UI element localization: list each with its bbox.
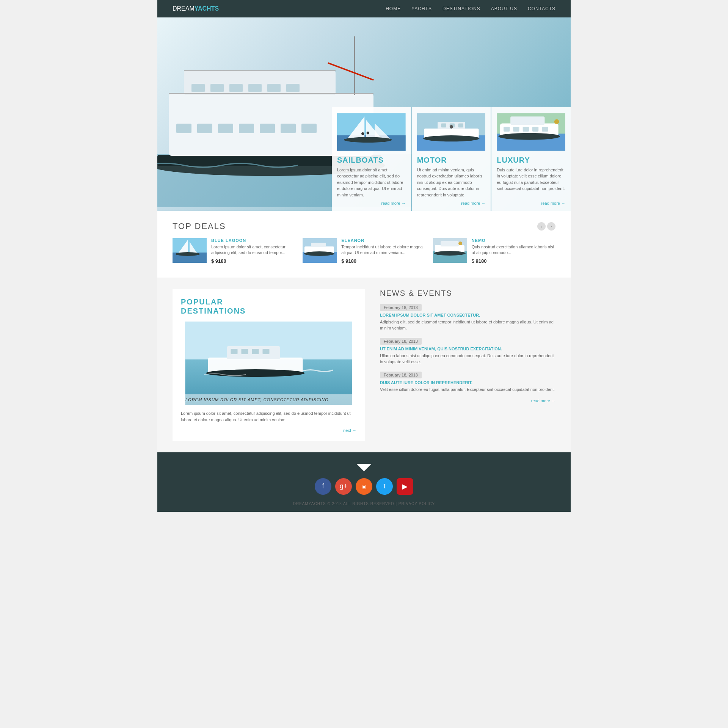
svg-rect-9 [260,124,275,133]
sailboats-title: SAILBOATS [337,156,406,165]
svg-rect-34 [441,123,446,127]
svg-rect-11 [301,124,317,133]
deals-header: TOP DEALS ‹ › [173,221,555,231]
copyright-text: DREAMYACHTS © 2013 ALL RIGHTS RESERVED |… [293,502,435,506]
news-headline-1[interactable]: LOREM IPSUM DOLOR SIT AMET CONSECTETUR. [380,313,555,317]
deal-price-2: $ 9180 [341,258,425,264]
logo-dream: DREAM [173,5,195,12]
cat-card-sailboats: SAILBOATS Lorem ipsum dolor sit amet, co… [332,107,411,211]
motor-readmore[interactable]: read more → [417,201,486,206]
deal-item-3: NEMO Quis nostrud exercitation ullamco l… [433,238,555,264]
rss-label: ◉ [362,483,366,490]
logo-yachts: YACHTS [195,5,219,12]
news-body-1: Adipiscing elit, sed do eiusmod tempor i… [380,319,555,331]
svg-point-65 [434,251,466,256]
news-headline-2[interactable]: UT ENIM AD MINIM VENIAM, QUIS NOSTRUD EX… [380,347,555,351]
nav-yachts[interactable]: YACHTS [411,6,432,11]
news-headline-3[interactable]: DUIS AUTE IURE DOLOR IN REPREHENDERIT. [380,380,555,385]
deals-next-button[interactable]: › [547,222,555,231]
svg-rect-12 [191,84,205,92]
destination-next-button[interactable]: next → [181,428,356,433]
svg-point-59 [304,251,334,256]
luxury-title: LUXURY [497,156,565,165]
news-readmore-button[interactable]: read more → [380,399,555,403]
news-body-2: Ullamco laboris nisi ut aliquip ex ea co… [380,353,555,365]
deal-info-1: BLUE LAGOON Lorem ipsum dolor sit amet, … [211,238,295,264]
sailboats-image [337,111,406,153]
nav-destinations[interactable]: DESTINATIONS [442,6,480,11]
svg-rect-70 [231,349,238,354]
news-date-3: February 18, 2013 [380,372,422,378]
lower-section: POPULARDESTINATIONS [157,278,571,452]
news-title: NEWS & EVENTS [380,289,555,298]
motor-desc: Ut enim ad minim veniam, quis nostrud ex… [417,167,486,198]
deal-item-1: BLUE LAGOON Lorem ipsum dolor sit amet, … [173,238,295,264]
deal-desc-1: Lorem ipsum dolor sit amet, consectetur … [211,244,295,256]
motor-title: MOTOR [417,156,486,165]
google-plus-icon[interactable]: g+ [335,478,352,495]
svg-rect-15 [248,84,262,92]
destination-image-container: LOREM IPSUM DOLOR SIT AMET, CONSECTETUR … [181,322,356,405]
deal-name-1: BLUE LAGOON [211,238,295,243]
motor-image [417,111,486,153]
cat-card-luxury: LUXURY Duis aute iure dolor in reprehend… [491,107,571,211]
deal-name-3: NEMO [472,238,555,243]
svg-rect-72 [252,349,259,354]
svg-rect-46 [532,127,538,132]
svg-point-27 [344,137,392,142]
nav-contacts[interactable]: CONTACTS [528,6,555,11]
footer-copyright: DREAMYACHTS © 2013 ALL RIGHTS RESERVED |… [157,502,571,506]
news-body-3: Velit esse cillum dolore eu fugiat nulla… [380,386,555,393]
deal-price-3: $ 9180 [472,258,555,264]
svg-rect-17 [286,84,300,92]
deal-thumb-2 [303,238,337,263]
logo: DREAMYACHTS [173,5,219,12]
rss-icon[interactable]: ◉ [356,478,372,495]
destination-description: Lorem ipsum dolor sit amet, consectetur … [181,410,356,424]
news-section: NEWS & EVENTS February 18, 2013 LOREM IP… [376,289,555,441]
facebook-label: f [322,482,324,490]
svg-rect-47 [542,127,548,132]
facebook-icon[interactable]: f [315,478,331,495]
news-item-2: February 18, 2013 UT ENIM AD MINIM VENIA… [380,337,555,365]
svg-point-54 [176,252,200,256]
svg-rect-63 [441,241,459,246]
svg-point-64 [458,242,462,245]
twitter-icon[interactable]: t [376,478,393,495]
deal-desc-2: Tempor incididunt ut labore et dolore ma… [341,244,425,256]
youtube-icon[interactable]: ▶ [397,478,413,495]
news-item-1: February 18, 2013 LOREM IPSUM DOLOR SIT … [380,304,555,331]
svg-rect-16 [267,84,281,92]
svg-rect-8 [239,124,254,133]
deal-desc-3: Quis nostrud exercitation ullamco labori… [472,244,555,256]
header: DREAMYACHTS HOME YACHTS DESTINATIONS ABO… [157,0,571,17]
deals-list: BLUE LAGOON Lorem ipsum dolor sit amet, … [173,238,555,264]
svg-rect-44 [513,127,519,132]
destination-caption: LOREM IPSUM DOLOR SIT AMET, CONSECTETUR … [181,394,356,405]
deal-info-3: NEMO Quis nostrud exercitation ullamco l… [472,238,555,264]
svg-rect-45 [523,127,529,132]
svg-point-28 [361,132,364,135]
deal-name-2: ELEANOR [341,238,425,243]
luxury-readmore[interactable]: read more → [497,201,565,206]
svg-point-74 [206,369,305,377]
hero-section: SAILBOATS Lorem ipsum dolor sit amet, co… [157,17,571,211]
svg-point-37 [423,135,479,141]
svg-point-38 [449,125,453,128]
svg-rect-43 [504,127,510,132]
deal-price-1: $ 9180 [211,258,295,264]
popular-destinations: POPULARDESTINATIONS [173,289,365,441]
news-item-3: February 18, 2013 DUIS AUTE IURE DOLOR I… [380,371,555,393]
svg-point-29 [367,132,369,134]
svg-point-48 [499,133,560,140]
svg-rect-71 [242,349,248,354]
deals-prev-button[interactable]: ‹ [537,222,546,231]
nav-home[interactable]: HOME [386,6,401,11]
nav-about-us[interactable]: ABOUT US [491,6,517,11]
cat-card-motor: MOTOR Ut enim ad minim veniam, quis nost… [412,107,491,211]
deals-navigation: ‹ › [537,222,555,231]
deal-thumb-1 [173,238,207,263]
twitter-label: t [383,482,385,490]
luxury-image [497,111,565,153]
sailboats-readmore[interactable]: read more → [337,201,406,206]
